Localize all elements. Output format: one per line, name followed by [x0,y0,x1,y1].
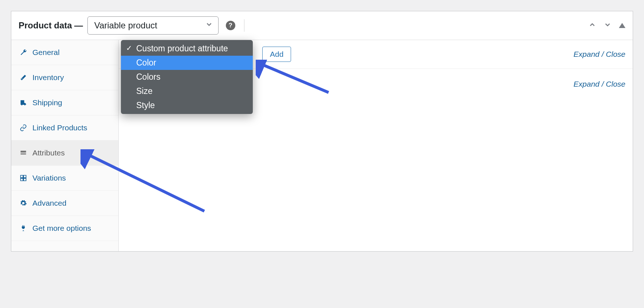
sidebar-item-label: Inventory [32,73,64,82]
expand-close-link-2[interactable]: Expand / Close [574,80,625,88]
sidebar-item-label: Advanced [32,199,66,208]
link-icon [19,124,27,131]
product-type-value: Variable product [94,20,157,30]
svg-line-1 [86,154,204,211]
annotation-arrow-1 [256,60,336,100]
sidebar-item-shipping[interactable]: Shipping [11,90,118,115]
dropdown-item-label: Color [136,58,156,67]
sidebar-item-general[interactable]: General [11,40,118,65]
attribute-dropdown[interactable]: Custom product attribute Color Colors Si… [121,40,253,114]
sidebar-item-label: Get more options [32,224,91,233]
sidebar-item-label: Shipping [32,98,62,107]
svg-line-0 [259,63,329,92]
expand-close-link[interactable]: Expand / Close [574,50,625,59]
dropdown-item-label: Style [136,100,155,110]
plug-icon [19,225,27,232]
annotation-arrow-2 [80,149,212,218]
divider [244,19,244,32]
sidebar-item-inventory[interactable]: Inventory [11,65,118,90]
help-icon[interactable]: ? [226,21,235,30]
sidebar-item-get-more[interactable]: Get more options [11,216,118,241]
product-type-select[interactable]: Variable product [87,16,219,35]
dropdown-item-size[interactable]: Size [121,84,253,98]
sidebar-item-label: General [32,48,60,57]
dropdown-item-colors[interactable]: Colors [121,70,253,84]
dropdown-item-label: Size [136,86,153,96]
sidebar: General Inventory Shipping Linked Produc… [11,40,119,251]
truck-icon [19,99,27,106]
sidebar-item-linked-products[interactable]: Linked Products [11,115,118,141]
list-icon [19,149,27,157]
dropdown-item-color[interactable]: Color [121,56,253,70]
chevron-up-icon[interactable] [588,21,596,31]
panel-body: General Inventory Shipping Linked Produc… [11,40,633,251]
sidebar-item-label: Linked Products [32,123,87,132]
dropdown-item-label: Custom product attribute [136,44,228,53]
panel-header: Product data — Variable product ? [11,11,633,40]
panel-title: Product data [19,20,72,31]
dropdown-item-style[interactable]: Style [121,98,253,112]
dropdown-item-custom[interactable]: Custom product attribute [121,42,253,56]
wrench-icon [19,49,27,56]
panel-header-controls [588,21,625,31]
title-dash: — [74,20,83,31]
content-area: Add Expand / Close Expand / Close Custom… [119,40,633,251]
gear-icon [19,200,27,207]
dropdown-item-label: Colors [136,72,160,82]
sidebar-item-label: Variations [32,174,66,182]
product-data-panel: Product data — Variable product ? [11,11,633,252]
chevron-down-icon [205,20,213,31]
collapse-icon[interactable] [619,23,625,28]
grid-icon [19,174,27,182]
sidebar-item-label: Attributes [32,149,65,157]
chevron-down-icon[interactable] [604,21,612,31]
ruler-icon [19,74,27,81]
